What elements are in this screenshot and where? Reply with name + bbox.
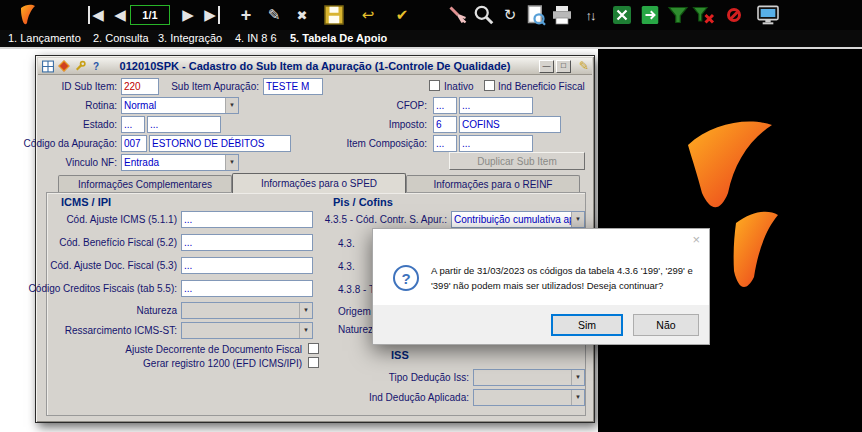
app-logo-icon <box>18 3 38 27</box>
gerar-registro-1200-checkbox[interactable] <box>308 357 319 368</box>
add-record-icon[interactable]: + <box>234 3 258 27</box>
estado-label: Estado: <box>83 119 117 130</box>
chevron-down-icon: ▼ <box>571 370 584 385</box>
window-titlebar[interactable]: ? 012010SPK - Cadastro do Sub Item da Ap… <box>38 58 592 75</box>
icms-ipi-group-title: ICMS / IPI <box>61 196 111 208</box>
inativo-checkbox[interactable] <box>429 80 440 91</box>
menubar-divider <box>0 47 862 49</box>
natureza-select[interactable]: ▼ <box>181 302 313 319</box>
iss-group-title: ISS <box>391 349 409 361</box>
form-grid-icon[interactable] <box>41 60 55 73</box>
gerar-registro-1200-label: Gerar registro 1200 (EFD ICMS/IPI) <box>143 358 302 369</box>
sub-item-apuracao-field[interactable]: TESTE M <box>263 78 323 95</box>
codigo-apuracao-label: Código da Apuração: <box>24 138 117 149</box>
menubar: 1. Lançamento 2. Consulta 3. Integração … <box>0 30 862 47</box>
maximize-button[interactable]: □ <box>556 60 571 73</box>
ajuste-decorrente-checkbox[interactable] <box>308 343 319 354</box>
ind-beneficio-fiscal-label: Ind Beneficio Fiscal <box>498 81 585 92</box>
cod-ajuste-icms-field[interactable]: ... <box>181 211 313 228</box>
confirmation-dialog: × ? A partir de 31/03/2023 os códigos da… <box>372 228 710 345</box>
imposto-label: Imposto: <box>389 119 427 130</box>
cfop-desc-field[interactable]: ... <box>459 97 533 114</box>
estado-desc-field[interactable]: ... <box>147 116 221 133</box>
record-counter: 1/1 <box>130 5 170 25</box>
zoom-icon[interactable] <box>472 3 496 27</box>
minimize-button[interactable]: — <box>539 60 554 73</box>
imposto-code-field[interactable]: 6 <box>433 116 457 133</box>
menu-item-consulta[interactable]: 2. Consulta <box>93 32 149 44</box>
tab-informacoes-sped[interactable]: Informações para o SPED <box>232 173 406 193</box>
clean-icon[interactable] <box>446 3 470 27</box>
save-icon[interactable] <box>322 3 346 27</box>
sort-icon[interactable]: ↑↓ <box>578 3 602 27</box>
ressarcimento-icms-st-select[interactable]: ▼ <box>181 322 313 339</box>
tipo-deducao-iss-select[interactable]: ▼ <box>473 369 585 386</box>
edit-pencil-icon[interactable]: ✎ <box>579 59 589 73</box>
refresh-icon[interactable]: ↻ <box>498 3 522 27</box>
ressarcimento-icms-st-label: Ressarcimento ICMS-ST: <box>65 325 177 336</box>
nao-button[interactable]: Não <box>633 314 699 336</box>
find-document-icon[interactable] <box>524 3 548 27</box>
monitor-icon[interactable] <box>756 3 780 27</box>
window-title: 012010SPK - Cadastro do Sub Item da Apur… <box>108 60 522 72</box>
nav-next-icon[interactable]: ▶ <box>176 3 200 27</box>
chevron-down-icon[interactable]: ▼ <box>225 155 238 170</box>
tab-informacoes-reinf[interactable]: Informações para o REINF <box>406 175 580 193</box>
dialog-button-row: Sim Não <box>373 305 709 344</box>
origem-label: Origem <box>338 306 371 317</box>
cod-ajuste-doc-fiscal-field[interactable]: ... <box>181 257 313 274</box>
cod-ajuste-doc-fiscal-label: Cód. Ajuste Doc. Fiscal (5.3) <box>50 260 177 271</box>
rotina-select[interactable]: Normal ▼ <box>121 97 239 114</box>
nav-prev-icon[interactable]: ◀ <box>108 3 132 27</box>
ajuste-decorrente-label: Ajuste Decorrente de Documento Fiscal <box>125 344 302 355</box>
delete-record-icon[interactable]: ✖ <box>290 3 314 27</box>
ind-deducao-aplicada-select[interactable]: ▼ <box>473 389 585 406</box>
imposto-desc-field[interactable]: COFINS <box>459 116 561 133</box>
duplicar-sub-item-button[interactable]: Duplicar Sub Item <box>449 152 585 170</box>
edit-record-icon[interactable]: ✎ <box>262 3 286 27</box>
cod-contr-s-apur-select[interactable]: Contribuição cumulativa apu ▼ <box>451 211 585 228</box>
cod-beneficio-fiscal-field[interactable]: ... <box>181 234 313 251</box>
item-composicao-code-field[interactable]: ... <box>433 135 457 152</box>
chevron-down-icon: ▼ <box>299 323 312 338</box>
pis-cofins-row-436-label: 4.3. <box>338 238 355 249</box>
ind-beneficio-fiscal-checkbox[interactable] <box>484 80 495 91</box>
stop-icon[interactable] <box>722 3 746 27</box>
id-sub-item-field[interactable]: 220 <box>121 78 159 95</box>
chevron-down-icon[interactable]: ▼ <box>225 98 238 113</box>
export-excel-icon[interactable] <box>610 3 634 27</box>
nav-last-icon[interactable]: ▶ <box>200 3 224 27</box>
nav-first-icon[interactable]: ◀ <box>84 3 108 27</box>
chevron-down-icon: ▼ <box>571 390 584 405</box>
id-sub-item-label: ID Sub Item: <box>61 81 117 92</box>
menu-item-lancamento[interactable]: 1. Lançamento <box>8 32 81 44</box>
sub-item-apuracao-label: Sub Item Apuração: <box>171 81 259 92</box>
wrench-icon[interactable] <box>73 60 87 73</box>
ind-deducao-aplicada-label: Ind Dedução Aplicada: <box>369 392 469 403</box>
estado-code-field[interactable]: ... <box>121 116 145 133</box>
confirm-icon[interactable]: ✔ <box>390 3 414 27</box>
cfop-label: CFOP: <box>396 100 427 111</box>
menu-item-tabela-de-apoio[interactable]: 5. Tabela De Apoio <box>290 32 387 44</box>
codigo-apuracao-code-field[interactable]: 007 <box>121 135 147 152</box>
app-brand-icon[interactable] <box>57 60 71 73</box>
item-composicao-desc-field[interactable]: ... <box>459 135 533 152</box>
codigo-apuracao-desc-field[interactable]: ESTORNO DE DÉBITOS <box>149 135 291 152</box>
filter-clear-icon[interactable] <box>692 3 716 27</box>
codigo-creditos-fiscais-label: Código Creditos Fiscais (tab 5.5): <box>29 283 177 294</box>
export-file-icon[interactable] <box>638 3 662 27</box>
tab-informacoes-complementares[interactable]: Informações Complementares <box>58 175 232 193</box>
help-icon[interactable]: ? <box>89 60 103 73</box>
chevron-down-icon[interactable]: ▼ <box>571 212 584 227</box>
vinculo-nf-select[interactable]: Entrada ▼ <box>121 154 239 171</box>
undo-icon[interactable]: ↩ <box>356 3 380 27</box>
print-icon[interactable] <box>550 3 574 27</box>
sim-button[interactable]: Sim <box>551 314 623 336</box>
filter-icon[interactable] <box>666 3 690 27</box>
cfop-code-field[interactable]: ... <box>433 97 457 114</box>
dialog-close-icon[interactable]: × <box>692 232 700 247</box>
menu-item-in86[interactable]: 4. IN 8 6 <box>235 32 277 44</box>
codigo-creditos-fiscais-field[interactable]: ... <box>181 280 313 297</box>
menu-item-integracao[interactable]: 3. Integração <box>158 32 222 44</box>
rotina-label: Rotina: <box>85 100 117 111</box>
